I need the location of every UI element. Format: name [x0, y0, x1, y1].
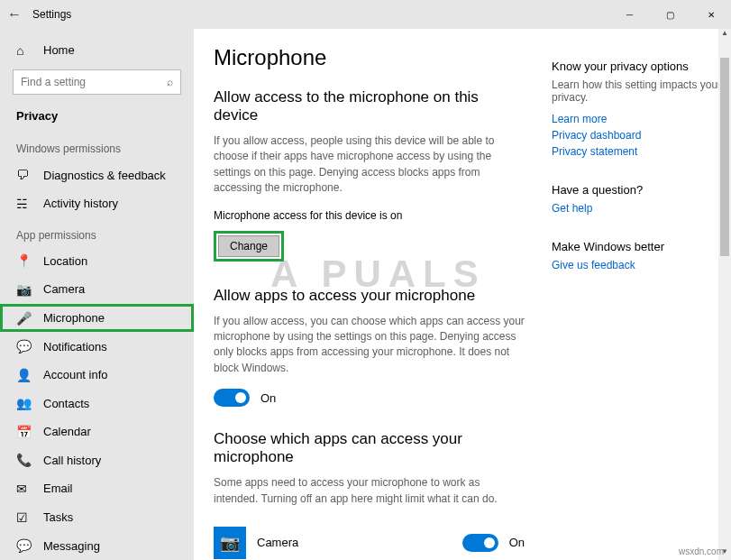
sidebar-item-label: Tasks	[43, 510, 73, 524]
scroll-up-icon[interactable]: ▲	[718, 29, 731, 41]
toggle-label: On	[509, 536, 525, 549]
notifications-icon: 💬	[16, 339, 36, 353]
sidebar-item-messaging[interactable]: 💬 Messaging	[0, 531, 194, 560]
allow-apps-heading: Allow apps to access your microphone	[214, 287, 525, 305]
sidebar-item-label: Diagnostics & feedback	[43, 169, 166, 182]
calendar-icon: 📅	[16, 425, 36, 439]
link-privacy-dashboard[interactable]: Privacy dashboard	[552, 129, 723, 142]
sidebar: ⌂ Home ⌕ Privacy Windows permissions 🗩 D…	[0, 29, 194, 560]
change-button-highlight: Change	[214, 231, 284, 262]
sidebar-item-location[interactable]: 📍 Location	[0, 247, 194, 276]
right-column: Know your privacy options Learn how this…	[552, 45, 723, 560]
link-learn-more[interactable]: Learn more	[552, 113, 723, 125]
sidebar-item-label: Microphone	[43, 311, 105, 325]
know-privacy-desc: Learn how this setting impacts your priv…	[552, 78, 723, 104]
know-privacy-heading: Know your privacy options	[552, 60, 723, 73]
sidebar-item-calendar[interactable]: 📅 Calendar	[0, 418, 194, 446]
scrollbar[interactable]: ▲ ▼	[718, 29, 731, 560]
messaging-icon: 💬	[16, 538, 36, 553]
home-icon: ⌂	[16, 43, 36, 58]
window-controls: ─ ▢ ✕	[609, 0, 731, 29]
link-privacy-statement[interactable]: Privacy statement	[552, 145, 723, 158]
tasks-icon: ☑	[16, 510, 36, 525]
sidebar-item-account[interactable]: 👤 Account info	[0, 361, 194, 390]
search-input[interactable]	[21, 76, 167, 88]
allow-device-heading: Allow access to the microphone on this d…	[214, 88, 525, 124]
link-get-help[interactable]: Get help	[552, 202, 723, 215]
scrollbar-thumb[interactable]	[720, 58, 729, 256]
toggle-label: On	[260, 391, 276, 405]
sidebar-item-label: Account info	[43, 368, 108, 381]
allow-apps-desc: If you allow access, you can choose whic…	[214, 314, 525, 377]
change-button[interactable]: Change	[218, 235, 279, 257]
app-toggle-camera[interactable]	[462, 534, 498, 552]
sidebar-item-label: Call history	[43, 454, 101, 467]
sidebar-item-label: Home	[43, 43, 75, 57]
search-icon: ⌕	[167, 76, 173, 88]
title-bar: ← Settings ─ ▢ ✕	[0, 0, 731, 29]
sidebar-item-diagnostics[interactable]: 🗩 Diagnostics & feedback	[0, 161, 194, 189]
sidebar-item-label: Notifications	[43, 340, 107, 353]
maximize-button[interactable]: ▢	[650, 0, 690, 29]
link-feedback[interactable]: Give us feedback	[552, 259, 723, 271]
allow-apps-toggle[interactable]	[214, 389, 250, 407]
call-icon: 📞	[16, 453, 36, 467]
sidebar-item-label: Messaging	[43, 539, 100, 553]
sidebar-item-contacts[interactable]: 👥 Contacts	[0, 389, 194, 418]
history-icon: ☵	[16, 197, 36, 211]
page-title: Microphone	[214, 45, 525, 70]
main-content: Microphone Allow access to the microphon…	[194, 29, 731, 560]
section-windows-permissions: Windows permissions	[0, 132, 194, 161]
section-privacy: Privacy	[0, 102, 194, 132]
close-button[interactable]: ✕	[690, 0, 731, 29]
minimize-button[interactable]: ─	[609, 0, 650, 29]
app-name: Camera	[257, 536, 298, 549]
sidebar-item-label: Calendar	[43, 425, 91, 438]
choose-apps-desc: Some apps need to access your microphone…	[214, 475, 525, 507]
sidebar-item-email[interactable]: ✉ Email	[0, 474, 194, 503]
sidebar-item-camera[interactable]: 📷 Camera	[0, 275, 194, 304]
feedback-icon: 🗩	[16, 168, 36, 182]
account-icon: 👤	[16, 368, 36, 382]
device-status: Microphone access for this device is on	[214, 209, 525, 222]
contacts-icon: 👥	[16, 396, 36, 410]
section-app-permissions: App permissions	[0, 218, 194, 247]
camera-icon: 📷	[16, 282, 36, 297]
allow-device-desc: If you allow access, people using this d…	[214, 133, 525, 197]
app-row-camera: 📷 Camera On	[214, 519, 525, 560]
email-icon: ✉	[16, 482, 36, 496]
microphone-icon: 🎤	[16, 311, 36, 326]
sidebar-item-microphone[interactable]: 🎤 Microphone	[0, 304, 194, 333]
sidebar-item-tasks[interactable]: ☑ Tasks	[0, 503, 194, 532]
question-heading: Have a question?	[552, 183, 723, 197]
sidebar-item-activity[interactable]: ☵ Activity history	[0, 189, 194, 218]
sidebar-item-label: Email	[43, 482, 73, 495]
sidebar-home[interactable]: ⌂ Home	[0, 34, 194, 66]
better-heading: Make Windows better	[552, 240, 723, 253]
window-title: Settings	[32, 8, 71, 21]
sidebar-item-label: Camera	[43, 282, 85, 296]
sidebar-item-callhistory[interactable]: 📞 Call history	[0, 446, 194, 475]
footer-watermark: wsxdn.com	[679, 546, 724, 556]
choose-apps-heading: Choose which apps can access your microp…	[214, 430, 525, 466]
sidebar-item-label: Location	[43, 254, 87, 268]
location-icon: 📍	[16, 253, 36, 268]
sidebar-item-notifications[interactable]: 💬 Notifications	[0, 332, 194, 361]
back-button[interactable]: ←	[0, 6, 29, 23]
sidebar-item-label: Activity history	[43, 197, 118, 210]
sidebar-item-label: Contacts	[43, 397, 89, 410]
app-icon-camera: 📷	[214, 527, 246, 559]
search-box[interactable]: ⌕	[13, 69, 181, 95]
